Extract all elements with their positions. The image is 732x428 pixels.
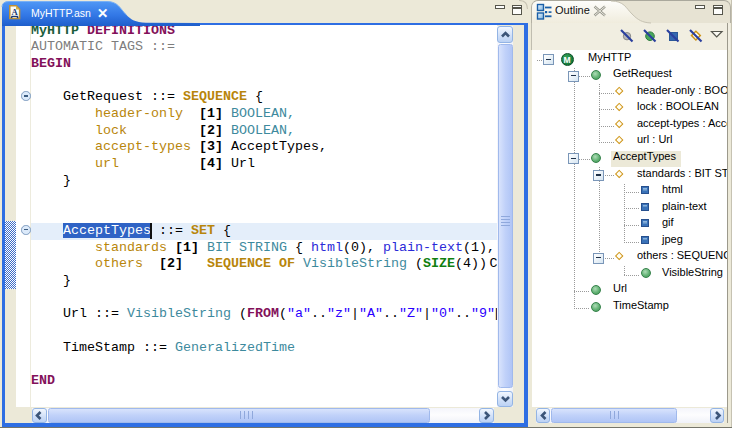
svg-text:A: A — [11, 7, 18, 17]
